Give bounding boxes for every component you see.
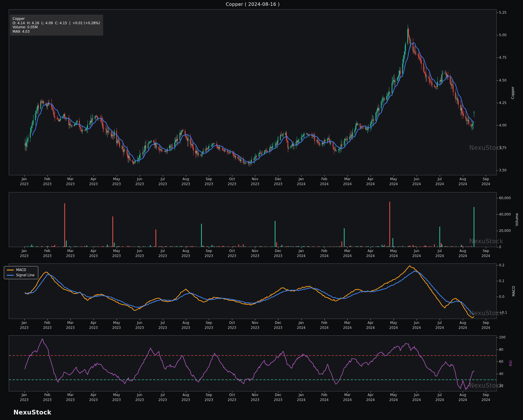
stock-chart-canvas[interactable] [0,0,523,420]
